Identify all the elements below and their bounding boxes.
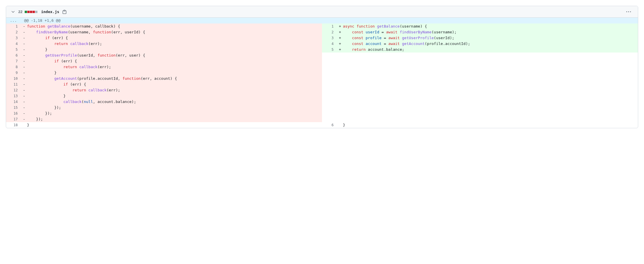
- code-line[interactable]: findUserByName(username, function(err, u…: [21, 29, 322, 35]
- line-number[interactable]: 14: [6, 99, 21, 105]
- table-row: 10 getAccount(profile.accountId, functio…: [6, 76, 638, 82]
- diffstat-block: [35, 11, 37, 13]
- code-line[interactable]: });: [21, 105, 322, 111]
- code-line[interactable]: const userId = await findUserByName(user…: [337, 29, 638, 35]
- code-line[interactable]: }: [21, 93, 322, 99]
- code-line[interactable]: }: [21, 70, 322, 76]
- line-number[interactable]: 6: [6, 53, 21, 58]
- code-line[interactable]: });: [21, 111, 322, 116]
- code-line[interactable]: getAccount(profile.accountId, function(e…: [21, 76, 322, 82]
- code-line[interactable]: return account.balance;: [337, 47, 638, 53]
- diffstat-block: [25, 11, 27, 13]
- table-row: 11 if (err) {: [6, 82, 638, 87]
- line-number[interactable]: 6: [322, 122, 337, 128]
- code-line[interactable]: if (err) {: [21, 58, 322, 64]
- collapse-toggle[interactable]: [11, 10, 15, 14]
- line-number[interactable]: 8: [6, 64, 21, 70]
- code-line[interactable]: if (err) {: [21, 35, 322, 41]
- line-number[interactable]: 13: [6, 93, 21, 99]
- line-number[interactable]: 5: [6, 47, 21, 53]
- code-line[interactable]: getUserProfile(userId, function(err, use…: [21, 53, 322, 58]
- line-number[interactable]: 1: [6, 23, 21, 29]
- code-line[interactable]: });: [21, 116, 322, 122]
- line-number[interactable]: 1: [322, 23, 337, 29]
- clipboard-icon: [62, 10, 67, 14]
- code-line[interactable]: const account = await getAccount(profile…: [337, 41, 638, 47]
- table-row: 5 }5 return account.balance;: [6, 47, 638, 53]
- file-menu-button[interactable]: [624, 10, 633, 14]
- filename-link[interactable]: index.js: [41, 10, 59, 14]
- code-line[interactable]: }: [337, 122, 638, 128]
- line-number[interactable]: 16: [6, 111, 21, 116]
- table-row: 1function getBalance(username, callback)…: [6, 23, 638, 29]
- code-line[interactable]: if (err) {: [21, 82, 322, 87]
- table-row: 6 getUserProfile(userId, function(err, u…: [6, 53, 638, 58]
- table-row: 4 return callback(err);4 const account =…: [6, 41, 638, 47]
- table-row: 18}6}: [6, 122, 638, 128]
- line-number[interactable]: 2: [6, 29, 21, 35]
- code-line[interactable]: const profile = await getUserProfile(use…: [337, 35, 638, 41]
- diffstat-block: [33, 11, 35, 13]
- diffstat: [25, 11, 37, 13]
- line-number[interactable]: 3: [322, 35, 337, 41]
- line-number[interactable]: 11: [6, 82, 21, 87]
- diff-file: 22 index.js ... @@ -1,18 +1,6 @@ 1functi…: [6, 6, 638, 128]
- line-number[interactable]: 17: [6, 116, 21, 122]
- diff-tbody: ... @@ -1,18 +1,6 @@ 1function getBalanc…: [6, 18, 638, 128]
- change-count: 22: [18, 10, 22, 14]
- line-number[interactable]: 4: [322, 41, 337, 47]
- hunk-header: @@ -1,18 +1,6 @@: [21, 18, 638, 23]
- copy-path-button[interactable]: [62, 10, 67, 14]
- table-row: 2 findUserByName(username, function(err,…: [6, 29, 638, 35]
- file-header-left: 22 index.js: [11, 10, 67, 14]
- table-row: 15 });: [6, 105, 638, 111]
- diffstat-block: [27, 11, 30, 13]
- line-number[interactable]: 7: [6, 58, 21, 64]
- diffstat-block: [30, 11, 32, 13]
- table-row: 16 });: [6, 111, 638, 116]
- code-line[interactable]: return callback(err);: [21, 64, 322, 70]
- line-number[interactable]: 2: [322, 29, 337, 35]
- table-row: 3 if (err) {3 const profile = await getU…: [6, 35, 638, 41]
- kebab-icon: [626, 10, 631, 14]
- code-line[interactable]: }: [21, 47, 322, 53]
- table-row: 13 }: [6, 93, 638, 99]
- code-line[interactable]: async function getBalance(username) {: [337, 23, 638, 29]
- line-number[interactable]: 10: [6, 76, 21, 82]
- code-line[interactable]: function getBalance(username, callback) …: [21, 23, 322, 29]
- table-row: 12 return callback(err);: [6, 87, 638, 93]
- table-row: 17 });: [6, 116, 638, 122]
- code-line[interactable]: }: [21, 122, 322, 128]
- line-number[interactable]: 4: [6, 41, 21, 47]
- table-row: 9 }: [6, 70, 638, 76]
- table-row: 7 if (err) {: [6, 58, 638, 64]
- line-number[interactable]: 3: [6, 35, 21, 41]
- file-header: 22 index.js: [6, 6, 638, 18]
- line-number[interactable]: 15: [6, 105, 21, 111]
- code-line[interactable]: return callback(err);: [21, 87, 322, 93]
- code-line[interactable]: callback(null, account.balance);: [21, 99, 322, 105]
- diff-table: ... @@ -1,18 +1,6 @@ 1function getBalanc…: [6, 18, 638, 128]
- line-number[interactable]: 18: [6, 122, 21, 128]
- table-row: 14 callback(null, account.balance);: [6, 99, 638, 105]
- line-number[interactable]: 5: [322, 47, 337, 53]
- hunk-header-row: ... @@ -1,18 +1,6 @@: [6, 18, 638, 23]
- line-number[interactable]: 9: [6, 70, 21, 76]
- line-number[interactable]: 12: [6, 87, 21, 93]
- chevron-down-icon: [11, 10, 15, 14]
- code-line[interactable]: return callback(err);: [21, 41, 322, 47]
- table-row: 8 return callback(err);: [6, 64, 638, 70]
- expand-hunk[interactable]: ...: [6, 18, 21, 23]
